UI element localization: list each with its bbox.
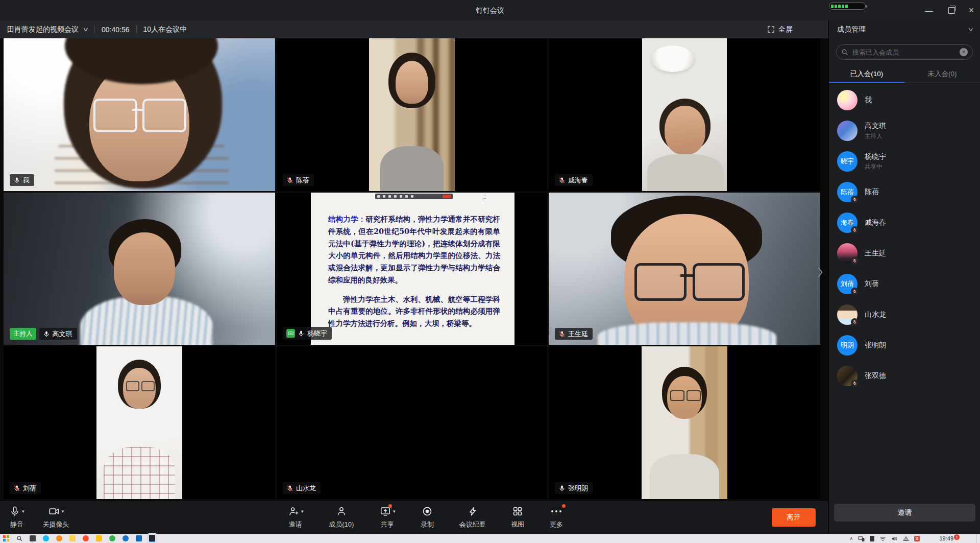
mute-button[interactable]: ▾ 静音	[9, 505, 24, 529]
meeting-header: 田肖蕾发起的视频会议 ∨ 00:40:56 10人在会议中 全屏	[0, 20, 828, 38]
wifi-icon[interactable]	[879, 536, 886, 541]
record-icon	[422, 506, 433, 517]
person-face	[396, 61, 428, 104]
taskbar-app-icon[interactable]	[109, 535, 115, 541]
video-tile-yangxiaoyu-share[interactable]: 结构力学：研究杆系结构，弹性力学通常并不研究杆件系统，但在20世纪50年代中叶发…	[277, 193, 547, 345]
chevron-down-icon[interactable]: ∨	[968, 26, 974, 33]
more-button[interactable]: 更多	[550, 505, 563, 529]
avatar: 晓宇	[837, 151, 857, 172]
share-button[interactable]: ▾ 共享	[379, 505, 396, 529]
taskbar-app-icon[interactable]	[83, 535, 89, 541]
record-button[interactable]: 录制	[421, 505, 434, 529]
ceiling-lamp	[651, 45, 694, 72]
member-row[interactable]: 高文琪主持人	[829, 115, 980, 146]
warning-icon[interactable]	[903, 536, 909, 541]
member-search[interactable]: ×	[836, 44, 973, 60]
video-tile-chenbei[interactable]: 陈蓓	[277, 38, 547, 191]
participant-name: 戚海春	[568, 176, 588, 184]
tray-caret-icon[interactable]: ∧	[849, 536, 853, 541]
video-content	[369, 38, 455, 191]
grid-view-icon	[512, 506, 523, 517]
camera-off-label: 关摄像头	[43, 520, 69, 529]
fullscreen-label: 全屏	[778, 25, 793, 34]
taskbar-app-icon[interactable]	[30, 535, 36, 541]
person-shirt	[598, 322, 776, 345]
member-name: 杨晓宇	[865, 152, 886, 161]
participant-name: 刘蒨	[23, 484, 36, 492]
member-row[interactable]: 张双德	[829, 361, 980, 391]
member-name: 陈蓓	[865, 187, 879, 197]
avatar	[837, 121, 857, 141]
minimize-icon: —	[925, 6, 933, 15]
members-button[interactable]: 成员(10)	[329, 505, 354, 529]
document-scrollbar[interactable]	[482, 194, 487, 206]
participant-name: 王生廷	[568, 330, 588, 338]
fullscreen-button[interactable]: 全屏	[767, 20, 793, 38]
video-tile-gaowenqi[interactable]: 主持人 高文琪	[4, 193, 275, 345]
avatar-text: 陈蓓	[841, 187, 854, 197]
taskbar-clock[interactable]: 19:49 1	[939, 535, 960, 541]
camera-icon	[48, 506, 60, 517]
caret-down-icon[interactable]: ▾	[393, 509, 396, 514]
maximize-button[interactable]	[941, 0, 962, 20]
caret-down-icon[interactable]: ▾	[301, 509, 304, 514]
view-button[interactable]: 视图	[511, 505, 524, 529]
avatar: 海春	[837, 213, 857, 233]
video-tile-shanshuilong[interactable]: 山水龙	[277, 346, 547, 499]
video-tile-liuqian[interactable]: 刘蒨	[4, 346, 275, 499]
member-name: 山水龙	[865, 310, 886, 319]
member-row[interactable]: 山水龙	[829, 299, 980, 330]
caret-down-icon[interactable]: ▾	[62, 509, 64, 514]
name-pill: 高文琪	[39, 328, 77, 340]
member-row[interactable]: 刘蒨 刘蒨	[829, 269, 980, 299]
video-tile-me[interactable]: 我	[4, 38, 275, 191]
taskbar-app-icon[interactable]	[96, 535, 102, 541]
device-icon[interactable]	[858, 536, 865, 541]
avatar	[837, 366, 857, 386]
close-button[interactable]: ×	[963, 0, 980, 20]
member-row[interactable]: 王生廷	[829, 238, 980, 269]
taskbar-app-icon[interactable]	[122, 535, 129, 541]
taskbar-app-icon[interactable]	[56, 535, 62, 541]
clear-search-icon[interactable]: ×	[960, 48, 968, 56]
tab-joined[interactable]: 已入会(10)	[829, 65, 904, 82]
search-input[interactable]	[851, 48, 957, 57]
invite-button[interactable]: ▾ 邀请	[287, 505, 304, 529]
member-row[interactable]: 明朗 张明朗	[829, 330, 980, 361]
start-button-icon[interactable]	[3, 535, 9, 541]
meeting-title[interactable]: 田肖蕾发起的视频会议	[7, 25, 79, 34]
glasses-left	[93, 99, 137, 132]
member-row[interactable]: 我	[829, 85, 980, 115]
member-row[interactable]: 晓宇 杨晓宇共享中	[829, 146, 980, 177]
view-label: 视图	[511, 520, 524, 529]
name-pill: 王生廷	[555, 328, 593, 340]
person-shoulders	[380, 146, 444, 191]
taskbar-app-icon[interactable]	[43, 535, 49, 541]
collapse-panel-button[interactable]	[816, 262, 825, 283]
minutes-button[interactable]: 会议纪要	[459, 505, 486, 529]
chevron-down-icon[interactable]: ∨	[83, 26, 89, 33]
video-tile-zhangminglang[interactable]: 张明朗	[549, 346, 820, 499]
member-row[interactable]: 陈蓓 陈蓓	[829, 177, 980, 207]
taskbar-search-icon[interactable]	[16, 535, 22, 541]
taskbar-app-icon[interactable]	[69, 535, 76, 541]
volume-icon[interactable]	[891, 536, 898, 541]
member-row[interactable]: 海春 戚海春	[829, 207, 980, 238]
mic-on-icon	[298, 330, 305, 337]
caret-down-icon[interactable]: ▾	[22, 509, 24, 514]
tab-not-joined[interactable]: 未入会(0)	[904, 65, 980, 82]
leave-button[interactable]: 离开	[772, 508, 816, 527]
windows-taskbar: ∧ S 19:49 1	[0, 534, 980, 543]
taskbar-app-icon-active[interactable]	[149, 535, 155, 542]
camera-off-button[interactable]: ▾ 关摄像头	[43, 505, 69, 529]
s-app-icon[interactable]: S	[914, 536, 920, 541]
muted-mic-icon	[851, 380, 859, 387]
video-tile-qihaichun[interactable]: 戚海春	[549, 38, 820, 191]
show-desktop-button[interactable]	[976, 534, 980, 543]
video-tile-wangshengting[interactable]: 王生廷	[549, 193, 820, 345]
minimize-button[interactable]: —	[919, 0, 939, 20]
participant-name: 山水龙	[296, 484, 316, 492]
sidebar-invite-button[interactable]: 邀请	[834, 504, 975, 522]
tray-app-icon[interactable]	[870, 536, 874, 541]
taskbar-app-icon[interactable]	[136, 535, 142, 541]
